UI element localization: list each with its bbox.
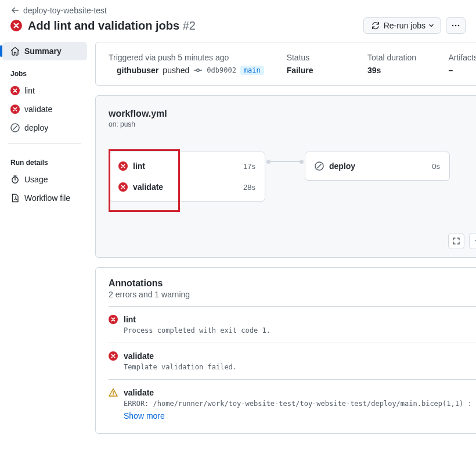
artifacts-value: – bbox=[448, 66, 476, 75]
skip-icon bbox=[10, 123, 20, 132]
kebab-icon bbox=[451, 21, 460, 30]
status-value: Failure bbox=[287, 66, 367, 75]
annotations-subtitle: 2 errors and 1 warning bbox=[109, 290, 476, 299]
annotation-item[interactable]: lint Process completed with exit code 1. bbox=[109, 306, 476, 343]
warning-icon bbox=[109, 388, 118, 397]
annotation-title: validate bbox=[124, 388, 476, 397]
page-title: Add lint and validation jobs bbox=[28, 19, 179, 32]
x-circle-icon bbox=[109, 351, 118, 361]
graph-connector bbox=[265, 152, 305, 171]
x-circle-icon bbox=[10, 105, 20, 114]
artifacts-label: Artifacts bbox=[448, 53, 476, 62]
duration-label: Total duration bbox=[367, 53, 448, 62]
annotation-message: ERROR: /home/runner/work/toy-website-tes… bbox=[124, 400, 476, 408]
x-circle-icon bbox=[118, 182, 128, 192]
fullscreen-icon bbox=[452, 236, 461, 246]
sidebar-item-summary[interactable]: Summary bbox=[2, 42, 87, 60]
rerun-jobs-button[interactable]: Re-run jobs bbox=[363, 17, 441, 34]
commit-sha[interactable]: 0db9002 bbox=[207, 66, 236, 74]
job-card-deploy[interactable]: deploy 0s bbox=[305, 152, 450, 181]
job-time: 17s bbox=[243, 162, 255, 171]
sidebar-item-workflow-file[interactable]: Workflow file bbox=[2, 189, 87, 207]
annotation-item[interactable]: validate Template validation failed. bbox=[109, 343, 476, 379]
show-more-link[interactable]: Show more bbox=[124, 411, 476, 420]
annotation-message: Process completed with exit code 1. bbox=[124, 326, 476, 335]
sidebar-item-label: lint bbox=[24, 86, 35, 95]
status-label: Status bbox=[287, 53, 367, 62]
x-circle-icon bbox=[109, 315, 118, 324]
run-number: #2 bbox=[183, 19, 196, 32]
workflow-filename[interactable]: workflow.yml bbox=[109, 109, 476, 119]
rerun-label: Re-run jobs bbox=[384, 21, 425, 30]
job-name: deploy bbox=[329, 161, 355, 171]
job-time: 0s bbox=[432, 162, 440, 171]
workflow-graph-panel: workflow.yml on: push lint 17s bbox=[95, 95, 476, 258]
sidebar-item-deploy[interactable]: deploy bbox=[2, 118, 87, 137]
annotation-item[interactable]: validate ERROR: /home/runner/work/toy-we… bbox=[109, 379, 476, 423]
summary-panel: Triggered via push 5 minutes ago githubu… bbox=[95, 42, 476, 86]
workflow-on: on: push bbox=[109, 120, 476, 128]
sidebar: Summary Jobs lint validate deploy Run de… bbox=[0, 42, 87, 455]
main-content: Triggered via push 5 minutes ago githubu… bbox=[87, 42, 476, 455]
breadcrumb-back[interactable]: deploy-toy-website-test bbox=[0, 0, 476, 15]
sync-icon bbox=[371, 21, 380, 30]
fullscreen-button[interactable] bbox=[448, 233, 464, 249]
job-time: 28s bbox=[243, 183, 255, 192]
sidebar-divider bbox=[8, 143, 81, 143]
annotations-panel: Annotations 2 errors and 1 warning lint … bbox=[95, 267, 476, 434]
job-name: lint bbox=[133, 161, 145, 171]
trigger-text: Triggered via push 5 minutes ago bbox=[109, 53, 287, 62]
sidebar-item-validate[interactable]: validate bbox=[2, 100, 87, 118]
x-circle-icon bbox=[10, 86, 20, 95]
trigger-action: pushed bbox=[163, 66, 189, 75]
skip-icon bbox=[315, 161, 324, 171]
job-name: validate bbox=[133, 182, 163, 192]
sidebar-item-lint[interactable]: lint bbox=[2, 81, 87, 100]
trigger-user[interactable]: githubuser bbox=[117, 66, 158, 75]
breadcrumb-label: deploy-toy-website-test bbox=[23, 6, 107, 15]
more-actions-button[interactable] bbox=[446, 17, 466, 34]
home-icon bbox=[10, 46, 20, 56]
annotations-title: Annotations bbox=[109, 278, 476, 289]
annotation-title: lint bbox=[124, 315, 476, 324]
annotation-title: validate bbox=[124, 351, 476, 361]
sidebar-heading-run-details: Run details bbox=[2, 149, 87, 170]
sidebar-item-usage[interactable]: Usage bbox=[2, 170, 87, 189]
sidebar-heading-jobs: Jobs bbox=[2, 60, 87, 81]
sidebar-item-label: Usage bbox=[24, 175, 48, 184]
job-group-card: lint 17s validate 28s bbox=[109, 152, 265, 202]
annotation-message: Template validation failed. bbox=[124, 363, 476, 371]
branch-tag[interactable]: main bbox=[240, 66, 264, 75]
run-status-failed-icon bbox=[10, 20, 22, 31]
commit-icon bbox=[193, 66, 203, 75]
sidebar-item-label: deploy bbox=[24, 123, 48, 132]
job-card-lint[interactable]: lint 17s bbox=[109, 156, 265, 177]
arrow-left-icon bbox=[10, 6, 20, 15]
zoom-out-button[interactable]: − bbox=[469, 233, 476, 249]
sidebar-item-label: Workflow file bbox=[24, 193, 70, 203]
page-header: Add lint and validation jobs #2 Re-run j… bbox=[0, 15, 476, 42]
sidebar-item-label: validate bbox=[24, 105, 52, 114]
file-icon bbox=[10, 193, 20, 203]
duration-value[interactable]: 39s bbox=[367, 66, 448, 75]
job-card-validate[interactable]: validate 28s bbox=[109, 177, 265, 197]
stopwatch-icon bbox=[10, 175, 20, 184]
x-circle-icon bbox=[118, 161, 128, 171]
sidebar-summary-label: Summary bbox=[24, 46, 62, 56]
caret-down-icon bbox=[429, 23, 434, 28]
